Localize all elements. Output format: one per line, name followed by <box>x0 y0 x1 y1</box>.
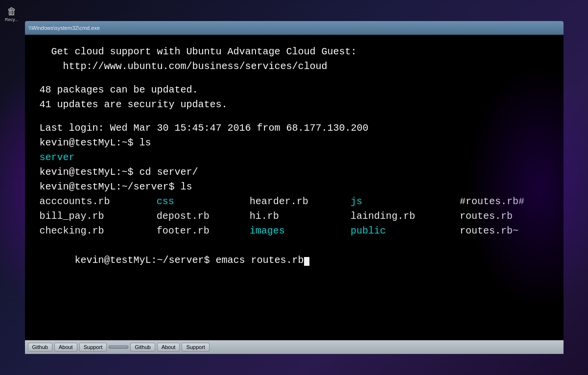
terminal-body[interactable]: Get cloud support with Ubuntu Advantage … <box>25 35 564 354</box>
file-row-3: checking.rb footer.rb images public rout… <box>40 224 549 238</box>
file-cell: routes.rb~ <box>460 224 549 238</box>
file-cell: lainding.rb <box>351 209 460 224</box>
file-cell: images <box>250 224 351 238</box>
title-bar-text: \\Windows\system32\cmd.exe <box>29 25 100 31</box>
taskbar-btn-github-1[interactable]: Github <box>28 343 52 352</box>
file-cell: bill_pay.rb <box>40 209 157 224</box>
terminal-line-1: Get cloud support with Ubuntu Advantage … <box>40 45 549 59</box>
command-text: kevin@testMyL:~/server$ emacs routes.rb <box>75 255 304 266</box>
taskbar-btn-github-2[interactable]: Github <box>130 343 155 352</box>
file-cell: hi.rb <box>250 209 351 224</box>
terminal-line-2: http://www.ubuntu.com/business/services/… <box>40 59 549 74</box>
terminal-line-5: Last login: Wed Mar 30 15:45:47 2016 fro… <box>40 121 549 136</box>
terminal-line-9: kevin@testMyL:~/server$ ls <box>40 180 549 194</box>
file-row-1: acccounts.rb css hearder.rb js #routes.r… <box>40 194 549 209</box>
file-cell: js <box>351 194 460 209</box>
file-cell: hearder.rb <box>250 194 351 209</box>
taskbar-btn-about-1[interactable]: About <box>54 343 77 352</box>
spacer-2 <box>40 112 549 121</box>
title-bar: \\Windows\system32\cmd.exe <box>25 21 564 35</box>
terminal-cursor <box>304 257 309 266</box>
file-cell: depost.rb <box>157 209 250 224</box>
taskbar: Github About Support Github About Suppor… <box>25 340 564 354</box>
file-cell: acccounts.rb <box>40 194 157 209</box>
taskbar-btn-support-1[interactable]: Support <box>79 343 107 352</box>
terminal-line-6: kevin@testMyL:~$ ls <box>40 136 549 150</box>
recycle-bin: 🗑 Recy... <box>5 6 18 22</box>
terminal-last-command: kevin@testMyL:~/server$ emacs routes.rb <box>40 238 549 282</box>
file-cell: public <box>351 224 460 238</box>
file-row-2: bill_pay.rb depost.rb hi.rb lainding.rb … <box>40 209 549 224</box>
taskbar-btn-about-2[interactable]: About <box>157 343 180 352</box>
terminal-line-3: 48 packages can be updated. <box>40 83 549 97</box>
terminal-line-7: server <box>40 150 549 165</box>
recycle-bin-icon: 🗑 <box>5 6 18 17</box>
file-cell: checking.rb <box>40 224 157 238</box>
file-cell: footer.rb <box>157 224 250 238</box>
spacer-1 <box>40 74 549 83</box>
terminal-line-8: kevin@testMyL:~$ cd server/ <box>40 165 549 180</box>
file-cell: routes.rb <box>460 209 549 224</box>
file-cell: css <box>157 194 250 209</box>
file-listing-table: acccounts.rb css hearder.rb js #routes.r… <box>40 194 549 238</box>
terminal-line-4: 41 updates are security updates. <box>40 97 549 112</box>
taskbar-btn-active[interactable] <box>109 346 128 349</box>
terminal-window: \\Windows\system32\cmd.exe Get cloud sup… <box>25 21 564 354</box>
taskbar-btn-support-2[interactable]: Support <box>182 343 210 352</box>
recycle-bin-label: Recy... <box>5 17 18 22</box>
file-cell: #routes.rb# <box>460 194 549 209</box>
